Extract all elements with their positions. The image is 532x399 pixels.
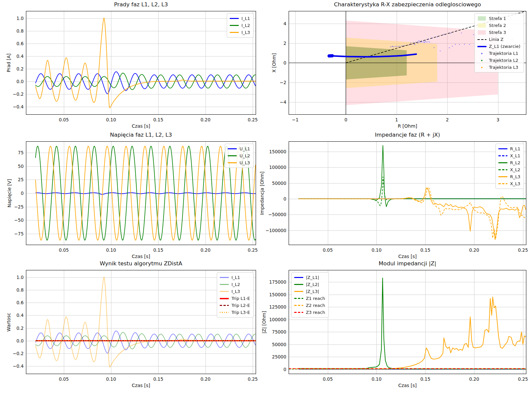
legend-item: Trip L2-E [220, 302, 250, 309]
y-axis-label: Wartosc [6, 313, 11, 331]
x-tick-label: 0.05 [59, 376, 69, 382]
y-tick-label: 150000 [269, 292, 286, 297]
plot-area-canvas [26, 11, 256, 115]
legend-item: U_L3 [228, 160, 250, 166]
legend-label: Z1 reach [306, 296, 325, 301]
legend-item: Z1 reach [294, 295, 325, 302]
chart-title: Prady faz L1, L2, L3 [26, 1, 256, 8]
y-axis-label: |Z| [Ohm] [261, 311, 267, 333]
y-tick-label: 0 [283, 367, 286, 372]
legend-label: |Z_L3| [306, 289, 319, 294]
y-tick-label: 0.6 [17, 300, 24, 305]
legend-label: I_L1 [231, 275, 240, 280]
x-tick-label: 0.05 [323, 247, 333, 253]
y-tick-label: −50000 [268, 212, 286, 217]
legend: Strefa 1Strefa 2Strefa 3Linia ZZ_L1 (zwa… [474, 13, 524, 72]
x-tick-label: 0.10 [106, 376, 116, 382]
x-axis-label: Czas [s] [289, 254, 526, 259]
legend-label: U_L1 [239, 146, 250, 151]
legend-label: R_L2 [510, 160, 520, 165]
x-tick-label: 0.05 [323, 376, 333, 382]
y-tick-label: −100000 [265, 228, 286, 233]
y-tick-label: 0.0 [17, 338, 24, 343]
legend-patch-swatch [477, 30, 486, 35]
legend-label: I_L2 [231, 282, 240, 287]
x-tick-label: 0.25 [518, 247, 528, 253]
y-tick-label: −4 [280, 99, 286, 105]
y-tick-label: 0 [21, 191, 24, 196]
x-axis-label: Czas [s] [289, 383, 526, 388]
legend-item: I_L1 [220, 274, 250, 281]
legend-line-swatch [220, 277, 229, 278]
chart-title: Charakterystyka R-X zabezpieczenia odleg… [289, 1, 526, 8]
legend-line-swatch [230, 32, 239, 33]
y-tick-label: −0.4 [13, 104, 24, 109]
panel-napiecia-faz: Napięcia faz L1, L2, L3 Napięcie [V] 0.0… [26, 141, 256, 245]
legend-label: Strefa 1 [489, 16, 506, 21]
figure-protection-analysis: Prady faz L1, L2, L3 Prad [A] 0.050.100.… [0, 0, 532, 399]
legend-label: I_L3 [241, 30, 250, 35]
legend-label: Z3 reach [306, 310, 325, 315]
y-tick-label: 0.8 [17, 287, 24, 293]
legend-line-swatch [228, 148, 237, 149]
plot-area-canvas [289, 141, 526, 245]
legend-line-swatch [220, 305, 229, 306]
x-tick-label: 0.10 [106, 247, 116, 253]
x-tick-label: 3 [496, 117, 499, 122]
legend-item: X_L2 [498, 167, 520, 173]
y-tick-label: 75000 [272, 329, 286, 334]
legend-label: R_L1 [510, 146, 520, 151]
legend-label: Linia Z [489, 37, 504, 42]
legend-patch-swatch [477, 23, 486, 28]
legend-label: Trip L1-E [231, 296, 250, 301]
legend-label: Trip L2-E [231, 303, 250, 308]
legend-item: I_L2 [230, 22, 250, 29]
legend: I_L1I_L2I_L3 [227, 13, 254, 38]
y-tick-label: 175000 [269, 279, 286, 285]
y-tick-label: −25 [14, 204, 24, 209]
legend-label: Trajektoria L3 [489, 65, 518, 70]
y-tick-label: 100000 [269, 317, 286, 322]
legend-item: I_L2 [220, 281, 250, 288]
legend-item: Z2 reach [294, 302, 325, 309]
x-tick-label: 0.25 [518, 376, 528, 382]
legend-label: Z2 reach [306, 303, 325, 308]
x-tick-label: 0.10 [106, 117, 116, 122]
legend-item: R_L2 [498, 160, 520, 166]
y-tick-label: 25 [18, 177, 24, 182]
x-axis-label: Czas [s] [26, 123, 256, 129]
x-tick-label: 2 [446, 117, 449, 122]
legend-item: U_L1 [228, 146, 250, 152]
legend-item: I_L3 [220, 288, 250, 295]
legend-item: Linia Z [477, 36, 520, 43]
y-tick-label: 50000 [272, 342, 286, 347]
panel-wynik-testu: Wynik testu algorytmu ZDistA Wartosc 0.0… [26, 270, 256, 374]
legend-line-swatch [230, 18, 239, 19]
y-tick-label: −0.2 [13, 351, 24, 356]
y-tick-label: 0.4 [17, 313, 24, 318]
x-axis-label: R [Ohm] [289, 123, 526, 129]
x-tick-label: 0 [344, 117, 347, 122]
x-tick-label: 0.20 [469, 247, 479, 253]
legend-line-swatch [498, 162, 507, 163]
y-tick-label: 125000 [269, 304, 286, 310]
x-tick-label: −1 [292, 117, 299, 122]
legend-item: R_L3 [498, 174, 520, 180]
legend-line-swatch [294, 305, 303, 306]
legend-line-swatch [220, 284, 229, 285]
y-tick-label: 1.0 [17, 275, 24, 280]
panel-impedancje-faz: Impedancje faz (R + jX) Impedancja [Ohm]… [289, 141, 526, 245]
legend-marker-swatch [477, 67, 486, 68]
legend: I_L1I_L2I_L3Trip L1-ETrip L2-ETrip L3-E [217, 272, 254, 318]
legend-item: Trajektoria L3 [477, 64, 520, 70]
chart-title: Napięcia faz L1, L2, L3 [26, 132, 256, 138]
legend-label: Strefa 2 [489, 23, 506, 28]
panel-prady-faz: Prady faz L1, L2, L3 Prad [A] 0.050.100.… [26, 11, 256, 115]
legend-line-swatch [228, 162, 237, 163]
legend-marker-swatch [477, 60, 486, 61]
legend-item: Strefa 3 [477, 29, 520, 36]
x-tick-label: 0.15 [420, 376, 430, 382]
y-tick-label: 50000 [272, 181, 286, 186]
y-tick-label: 25000 [272, 354, 286, 359]
y-tick-label: 100000 [269, 165, 286, 170]
